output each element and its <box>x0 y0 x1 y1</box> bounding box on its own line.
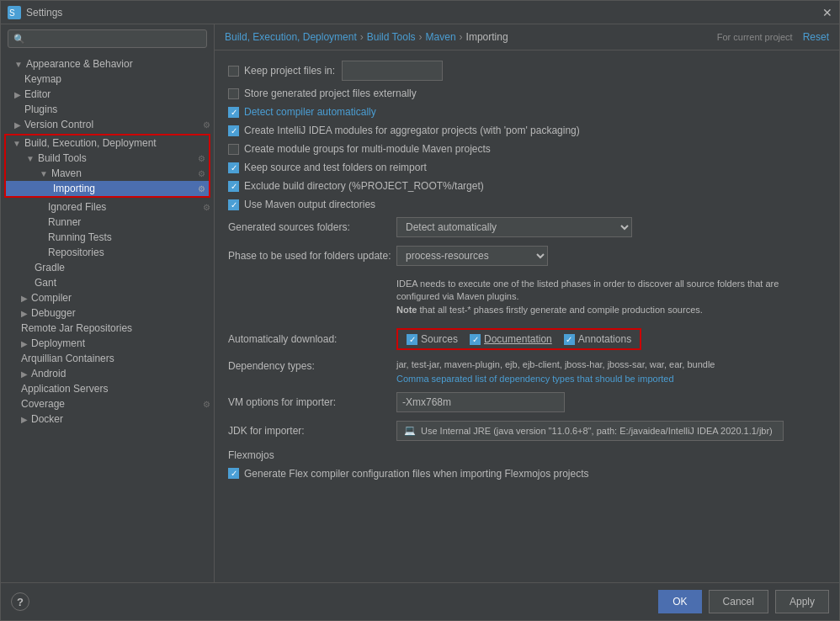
sidebar-item-docker[interactable]: ▶ Docker <box>1 411 214 427</box>
jdk-value[interactable]: 💻 Use Internal JRE (java version "11.0.6… <box>396 421 784 441</box>
sidebar-item-appearance[interactable]: ▼ Appearance & Behavior <box>1 56 214 72</box>
store-generated-checkbox[interactable] <box>228 88 239 99</box>
search-box[interactable]: 🔍 <box>8 29 207 48</box>
annotations-label: Annotations <box>578 333 631 345</box>
sidebar-item-coverage[interactable]: Coverage ⚙ <box>1 396 214 411</box>
sources-checkbox-label[interactable]: Sources <box>407 333 458 345</box>
sidebar-item-build-tools[interactable]: ▼ Build Tools ⚙ <box>6 151 209 166</box>
for-project-label: For current project <box>717 32 793 42</box>
sidebar-item-maven[interactable]: ▼ Maven ⚙ <box>6 166 209 181</box>
phase-dropdown-wrapper: process-resources generate-sources packa… <box>396 246 548 266</box>
sidebar-item-app-servers[interactable]: Application Servers <box>1 381 214 396</box>
sidebar-item-label: Version Control <box>24 119 93 130</box>
sidebar-item-label: Maven <box>51 167 82 179</box>
flexmojos-title: Flexmojos <box>228 449 826 461</box>
sidebar-item-android[interactable]: ▶ Android <box>1 366 214 381</box>
note-box: IDEA needs to execute one of the listed … <box>228 274 800 320</box>
sidebar-item-label: Docker <box>31 413 63 425</box>
generate-flex-checkbox[interactable] <box>228 468 239 479</box>
flexmojos-section: Flexmojos Generate Flex compiler configu… <box>228 449 826 480</box>
use-maven-output-row: Use Maven output directories <box>228 199 826 210</box>
create-groups-checkbox[interactable] <box>228 144 239 155</box>
svg-text:S: S <box>9 8 15 18</box>
sidebar-item-vcs[interactable]: ▶ Version Control ⚙ <box>1 117 214 132</box>
sidebar-item-keymap[interactable]: ▶ Keymap <box>1 72 214 87</box>
create-modules-checkbox[interactable] <box>228 125 239 136</box>
reset-link[interactable]: Reset <box>803 31 829 43</box>
breadcrumb-maven[interactable]: Maven <box>426 31 456 43</box>
create-modules-label: Create IntelliJ IDEA modules for aggrega… <box>244 125 580 136</box>
generated-sources-dropdown-wrapper: Detect automatically target/generated-so… <box>396 217 632 237</box>
sidebar-item-arquillian[interactable]: Arquillian Containers <box>1 351 214 366</box>
close-button[interactable]: ✕ <box>822 6 832 19</box>
sidebar-item-label: Keymap <box>24 73 61 85</box>
vm-options-input[interactable] <box>396 392 565 412</box>
create-groups-row: Create module groups for multi-module Ma… <box>228 143 826 155</box>
sidebar-item-debugger[interactable]: ▶ Debugger <box>1 305 214 321</box>
apply-button[interactable]: Apply <box>775 590 829 613</box>
sidebar-item-label: Compiler <box>31 292 72 304</box>
store-generated-row: Store generated project files externally <box>228 88 826 99</box>
arrow-icon: ▶ <box>14 120 21 130</box>
documentation-checkbox-label[interactable]: Documentation <box>470 333 552 345</box>
dependency-types-value-wrapper: jar, test-jar, maven-plugin, ejb, ejb-cl… <box>396 358 715 383</box>
auto-download-section: Automatically download: Sources Document… <box>228 328 826 350</box>
title-bar: S Settings ✕ <box>1 1 839 24</box>
use-maven-output-checkbox[interactable] <box>228 199 239 210</box>
exclude-build-checkbox[interactable] <box>228 181 239 192</box>
sources-label: Sources <box>421 333 458 345</box>
bottom-bar: ? OK Cancel Apply <box>1 582 839 620</box>
sidebar-item-label: Build, Execution, Deployment <box>24 137 157 149</box>
sidebar-item-label: Deployment <box>31 337 85 349</box>
sidebar-item-label: Appearance & Behavior <box>26 58 133 70</box>
arrow-icon: ▶ <box>21 339 28 348</box>
sidebar-item-runner[interactable]: Runner <box>1 215 214 230</box>
annotations-checkbox[interactable] <box>564 334 575 345</box>
sidebar-item-gant[interactable]: Gant <box>1 275 214 290</box>
arrow-icon: ▶ <box>21 294 28 303</box>
phase-dropdown[interactable]: process-resources generate-sources packa… <box>396 246 548 266</box>
sidebar-item-remote-jar[interactable]: Remote Jar Repositories <box>1 321 214 336</box>
annotations-checkbox-label[interactable]: Annotations <box>564 333 631 345</box>
sidebar-item-deployment[interactable]: ▶ Deployment <box>1 336 214 351</box>
breadcrumb-build[interactable]: Build, Execution, Deployment <box>225 31 357 43</box>
breadcrumb-buildtools[interactable]: Build Tools <box>367 31 416 43</box>
keep-source-checkbox[interactable] <box>228 162 239 173</box>
jdk-label: JDK for importer: <box>228 425 396 437</box>
ext-icon: ⚙ <box>198 169 205 178</box>
sidebar-item-repositories[interactable]: Repositories <box>1 245 214 260</box>
sidebar-item-ignored[interactable]: Ignored Files ⚙ <box>1 199 214 215</box>
search-input[interactable] <box>29 33 201 45</box>
sidebar-item-label: Ignored Files <box>48 201 106 213</box>
arrow-icon: ▼ <box>13 139 21 148</box>
ext-icon: ⚙ <box>203 203 210 212</box>
help-button[interactable]: ? <box>11 592 29 611</box>
sidebar-tree: ▼ Appearance & Behavior ▶ Keymap ▶ Edito… <box>1 53 214 582</box>
sidebar-item-plugins[interactable]: ▶ Plugins <box>1 102 214 117</box>
keep-project-files-checkbox[interactable] <box>228 66 239 77</box>
sidebar-item-compiler[interactable]: ▶ Compiler <box>1 290 214 305</box>
sidebar-item-editor[interactable]: ▶ Editor <box>1 87 214 102</box>
cancel-button[interactable]: Cancel <box>709 590 768 613</box>
keep-source-row: Keep source and test folders on reimport <box>228 162 826 173</box>
search-icon: 🔍 <box>13 34 25 45</box>
arrow-icon: ▼ <box>40 169 48 178</box>
documentation-checkbox[interactable] <box>470 334 481 345</box>
sidebar-item-label: Build Tools <box>38 152 87 164</box>
store-generated-label: Store generated project files externally <box>244 88 417 99</box>
ok-button[interactable]: OK <box>658 590 701 613</box>
sidebar-item-build[interactable]: ▼ Build, Execution, Deployment <box>6 135 209 151</box>
exclude-build-row: Exclude build directory (%PROJECT_ROOT%/… <box>228 180 826 192</box>
sources-checkbox[interactable] <box>407 334 417 345</box>
detect-compiler-checkbox[interactable] <box>228 107 239 118</box>
sidebar-item-label: Editor <box>24 88 51 100</box>
generated-sources-dropdown[interactable]: Detect automatically target/generated-so… <box>396 217 632 237</box>
keep-project-files-input[interactable] <box>342 61 443 81</box>
jdk-row: JDK for importer: 💻 Use Internal JRE (ja… <box>228 421 826 441</box>
sidebar-item-importing[interactable]: Importing ⚙ <box>6 181 209 196</box>
sidebar-item-running-tests[interactable]: Running Tests <box>1 230 214 245</box>
sidebar-item-label: Debugger <box>31 307 76 319</box>
main-panel: Build, Execution, Deployment › Build Too… <box>215 24 839 582</box>
sidebar-item-gradle[interactable]: Gradle <box>1 260 214 275</box>
keep-source-label: Keep source and test folders on reimport <box>244 162 427 173</box>
